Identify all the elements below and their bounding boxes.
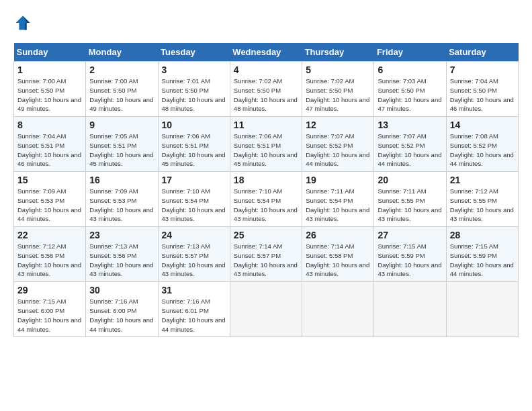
day-number: 13 (378, 120, 442, 130)
day-info: Sunrise: 7:02 AM Sunset: 5:50 PM Dayligh… (234, 77, 298, 113)
day-number: 1 (17, 64, 82, 75)
header-sunday: Sunday (14, 43, 86, 62)
day-info: Sunrise: 7:10 AM Sunset: 5:54 PM Dayligh… (162, 187, 226, 224)
day-info: Sunrise: 7:04 AM Sunset: 5:50 PM Dayligh… (450, 77, 515, 113)
day-info: Sunrise: 7:16 AM Sunset: 6:01 PM Dayligh… (162, 297, 226, 334)
table-row: 29 Sunrise: 7:15 AM Sunset: 6:00 PM Dayl… (14, 282, 86, 337)
day-info: Sunrise: 7:15 AM Sunset: 5:59 PM Dayligh… (450, 242, 515, 279)
table-row: 17 Sunrise: 7:10 AM Sunset: 5:54 PM Dayl… (158, 172, 230, 227)
table-row: 1 Sunrise: 7:00 AM Sunset: 5:50 PM Dayli… (14, 62, 86, 117)
table-row: 3 Sunrise: 7:01 AM Sunset: 5:50 PM Dayli… (158, 62, 230, 117)
table-row: 2 Sunrise: 7:00 AM Sunset: 5:50 PM Dayli… (86, 62, 158, 117)
day-number: 31 (162, 285, 226, 295)
header-monday: Monday (86, 43, 158, 62)
day-info: Sunrise: 7:06 AM Sunset: 5:51 PM Dayligh… (162, 132, 226, 169)
table-row: 28 Sunrise: 7:15 AM Sunset: 5:59 PM Dayl… (446, 227, 518, 282)
table-row: 5 Sunrise: 7:02 AM Sunset: 5:50 PM Dayli… (302, 62, 374, 117)
day-info: Sunrise: 7:08 AM Sunset: 5:52 PM Dayligh… (450, 132, 515, 169)
day-number: 25 (234, 230, 298, 240)
day-info: Sunrise: 7:09 AM Sunset: 5:53 PM Dayligh… (17, 187, 82, 224)
day-info: Sunrise: 7:03 AM Sunset: 5:50 PM Dayligh… (378, 77, 442, 113)
day-number: 24 (162, 230, 226, 240)
day-info: Sunrise: 7:15 AM Sunset: 5:59 PM Dayligh… (378, 242, 442, 279)
day-number: 22 (17, 230, 82, 240)
day-number: 26 (306, 230, 370, 240)
day-number: 9 (89, 120, 154, 130)
table-row: 14 Sunrise: 7:08 AM Sunset: 5:52 PM Dayl… (446, 117, 518, 172)
day-number: 14 (450, 120, 515, 130)
day-number: 12 (306, 120, 370, 130)
table-row: 22 Sunrise: 7:12 AM Sunset: 5:56 PM Dayl… (14, 227, 86, 282)
calendar-week-row: 8 Sunrise: 7:04 AM Sunset: 5:51 PM Dayli… (14, 117, 519, 172)
table-row (374, 282, 446, 337)
day-number: 7 (450, 64, 515, 75)
table-row: 9 Sunrise: 7:05 AM Sunset: 5:51 PM Dayli… (86, 117, 158, 172)
day-info: Sunrise: 7:12 AM Sunset: 5:56 PM Dayligh… (17, 242, 82, 279)
table-row: 6 Sunrise: 7:03 AM Sunset: 5:50 PM Dayli… (374, 62, 446, 117)
day-number: 19 (306, 175, 370, 185)
day-info: Sunrise: 7:06 AM Sunset: 5:51 PM Dayligh… (234, 132, 298, 169)
weekday-header-row: Sunday Monday Tuesday Wednesday Thursday… (14, 43, 519, 62)
table-row: 25 Sunrise: 7:14 AM Sunset: 5:57 PM Dayl… (230, 227, 302, 282)
table-row: 18 Sunrise: 7:10 AM Sunset: 5:54 PM Dayl… (230, 172, 302, 227)
table-row (302, 282, 374, 337)
day-info: Sunrise: 7:11 AM Sunset: 5:55 PM Dayligh… (378, 187, 442, 224)
table-row: 7 Sunrise: 7:04 AM Sunset: 5:50 PM Dayli… (446, 62, 518, 117)
table-row: 27 Sunrise: 7:15 AM Sunset: 5:59 PM Dayl… (374, 227, 446, 282)
table-row: 30 Sunrise: 7:16 AM Sunset: 6:00 PM Dayl… (86, 282, 158, 337)
day-number: 11 (234, 120, 298, 130)
day-info: Sunrise: 7:12 AM Sunset: 5:55 PM Dayligh… (450, 187, 515, 224)
page-header (13, 13, 519, 32)
day-info: Sunrise: 7:00 AM Sunset: 5:50 PM Dayligh… (17, 77, 82, 113)
day-info: Sunrise: 7:11 AM Sunset: 5:54 PM Dayligh… (306, 187, 370, 224)
table-row: 13 Sunrise: 7:07 AM Sunset: 5:52 PM Dayl… (374, 117, 446, 172)
day-number: 18 (234, 175, 298, 185)
day-number: 10 (162, 120, 226, 130)
day-info: Sunrise: 7:02 AM Sunset: 5:50 PM Dayligh… (306, 77, 370, 113)
day-info: Sunrise: 7:13 AM Sunset: 5:57 PM Dayligh… (162, 242, 226, 279)
table-row: 4 Sunrise: 7:02 AM Sunset: 5:50 PM Dayli… (230, 62, 302, 117)
day-number: 6 (378, 64, 442, 75)
table-row (230, 282, 302, 337)
day-info: Sunrise: 7:05 AM Sunset: 5:51 PM Dayligh… (89, 132, 154, 169)
day-info: Sunrise: 7:16 AM Sunset: 6:00 PM Dayligh… (89, 297, 154, 334)
day-info: Sunrise: 7:07 AM Sunset: 5:52 PM Dayligh… (306, 132, 370, 169)
header-thursday: Thursday (302, 43, 374, 62)
table-row: 8 Sunrise: 7:04 AM Sunset: 5:51 PM Dayli… (14, 117, 86, 172)
day-number: 4 (234, 64, 298, 75)
day-info: Sunrise: 7:10 AM Sunset: 5:54 PM Dayligh… (234, 187, 298, 224)
day-number: 29 (17, 285, 82, 295)
table-row: 23 Sunrise: 7:13 AM Sunset: 5:56 PM Dayl… (86, 227, 158, 282)
calendar-week-row: 22 Sunrise: 7:12 AM Sunset: 5:56 PM Dayl… (14, 227, 519, 282)
day-number: 20 (378, 175, 442, 185)
day-info: Sunrise: 7:01 AM Sunset: 5:50 PM Dayligh… (162, 77, 226, 113)
day-info: Sunrise: 7:07 AM Sunset: 5:52 PM Dayligh… (378, 132, 442, 169)
day-number: 5 (306, 64, 370, 75)
day-number: 2 (89, 64, 154, 75)
day-number: 27 (378, 230, 442, 240)
day-number: 21 (450, 175, 515, 185)
header-saturday: Saturday (446, 43, 518, 62)
logo-icon (13, 13, 32, 32)
table-row: 16 Sunrise: 7:09 AM Sunset: 5:53 PM Dayl… (86, 172, 158, 227)
table-row: 19 Sunrise: 7:11 AM Sunset: 5:54 PM Dayl… (302, 172, 374, 227)
table-row: 26 Sunrise: 7:14 AM Sunset: 5:58 PM Dayl… (302, 227, 374, 282)
calendar-week-row: 15 Sunrise: 7:09 AM Sunset: 5:53 PM Dayl… (14, 172, 519, 227)
day-number: 28 (450, 230, 515, 240)
header-tuesday: Tuesday (158, 43, 230, 62)
table-row: 11 Sunrise: 7:06 AM Sunset: 5:51 PM Dayl… (230, 117, 302, 172)
day-info: Sunrise: 7:00 AM Sunset: 5:50 PM Dayligh… (89, 77, 154, 113)
table-row: 20 Sunrise: 7:11 AM Sunset: 5:55 PM Dayl… (374, 172, 446, 227)
day-info: Sunrise: 7:04 AM Sunset: 5:51 PM Dayligh… (17, 132, 82, 169)
day-info: Sunrise: 7:15 AM Sunset: 6:00 PM Dayligh… (17, 297, 82, 334)
day-info: Sunrise: 7:14 AM Sunset: 5:57 PM Dayligh… (234, 242, 298, 279)
table-row: 15 Sunrise: 7:09 AM Sunset: 5:53 PM Dayl… (14, 172, 86, 227)
day-number: 3 (162, 64, 226, 75)
table-row: 31 Sunrise: 7:16 AM Sunset: 6:01 PM Dayl… (158, 282, 230, 337)
table-row (446, 282, 518, 337)
day-number: 17 (162, 175, 226, 185)
logo (13, 13, 35, 32)
calendar-week-row: 29 Sunrise: 7:15 AM Sunset: 6:00 PM Dayl… (14, 282, 519, 337)
day-info: Sunrise: 7:09 AM Sunset: 5:53 PM Dayligh… (89, 187, 154, 224)
day-number: 8 (17, 120, 82, 130)
